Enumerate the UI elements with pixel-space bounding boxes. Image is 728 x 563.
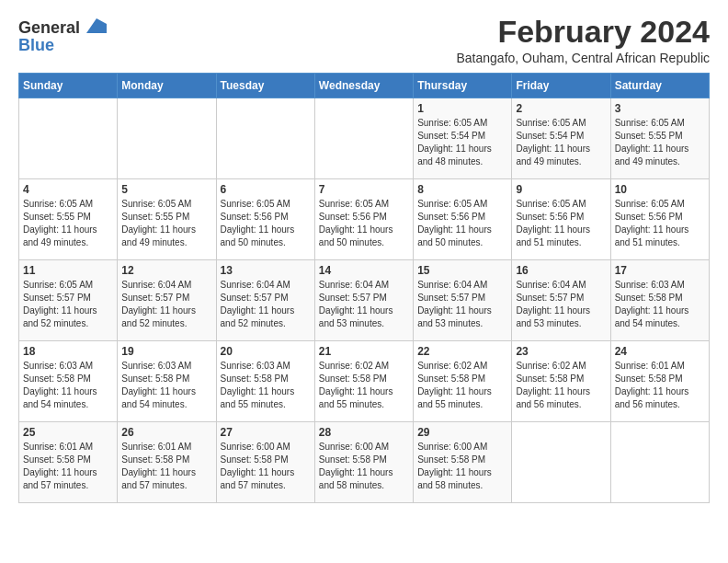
calendar-cell bbox=[19, 98, 118, 179]
cell-info: Sunrise: 6:00 AM Sunset: 5:58 PM Dayligh… bbox=[417, 441, 507, 492]
cell-info: Sunrise: 6:02 AM Sunset: 5:58 PM Dayligh… bbox=[516, 360, 606, 411]
calendar-cell: 5Sunrise: 6:05 AM Sunset: 5:55 PM Daylig… bbox=[118, 179, 216, 260]
calendar-cell: 22Sunrise: 6:02 AM Sunset: 5:58 PM Dayli… bbox=[414, 341, 512, 422]
calendar-cell: 17Sunrise: 6:03 AM Sunset: 5:58 PM Dayli… bbox=[610, 260, 709, 341]
cell-info: Sunrise: 6:01 AM Sunset: 5:58 PM Dayligh… bbox=[121, 441, 211, 492]
calendar-cell: 16Sunrise: 6:04 AM Sunset: 5:57 PM Dayli… bbox=[512, 260, 610, 341]
calendar-cell: 11Sunrise: 6:05 AM Sunset: 5:57 PM Dayli… bbox=[19, 260, 118, 341]
day-number: 10 bbox=[615, 183, 705, 196]
week-row-3: 11Sunrise: 6:05 AM Sunset: 5:57 PM Dayli… bbox=[19, 260, 710, 341]
cell-info: Sunrise: 6:05 AM Sunset: 5:55 PM Dayligh… bbox=[615, 117, 705, 168]
calendar-cell bbox=[512, 422, 610, 503]
calendar-table: SundayMondayTuesdayWednesdayThursdayFrid… bbox=[18, 73, 710, 503]
day-number: 21 bbox=[319, 345, 409, 358]
calendar-cell: 18Sunrise: 6:03 AM Sunset: 5:58 PM Dayli… bbox=[19, 341, 118, 422]
day-number: 8 bbox=[417, 183, 507, 196]
day-number: 12 bbox=[121, 264, 211, 277]
calendar-cell: 14Sunrise: 6:04 AM Sunset: 5:57 PM Dayli… bbox=[314, 260, 413, 341]
calendar-cell bbox=[216, 98, 314, 179]
cell-info: Sunrise: 6:04 AM Sunset: 5:57 PM Dayligh… bbox=[417, 279, 507, 330]
day-number: 14 bbox=[319, 264, 409, 277]
calendar-cell: 8Sunrise: 6:05 AM Sunset: 5:56 PM Daylig… bbox=[414, 179, 512, 260]
header: General Blue February 2024 Batangafo, Ou… bbox=[18, 15, 710, 65]
cell-info: Sunrise: 6:04 AM Sunset: 5:57 PM Dayligh… bbox=[516, 279, 606, 330]
cell-info: Sunrise: 6:03 AM Sunset: 5:58 PM Dayligh… bbox=[121, 360, 211, 411]
calendar-cell: 1Sunrise: 6:05 AM Sunset: 5:54 PM Daylig… bbox=[414, 98, 512, 179]
calendar-cell: 29Sunrise: 6:00 AM Sunset: 5:58 PM Dayli… bbox=[414, 422, 512, 503]
cell-info: Sunrise: 6:05 AM Sunset: 5:56 PM Dayligh… bbox=[417, 198, 507, 249]
cell-info: Sunrise: 6:05 AM Sunset: 5:54 PM Dayligh… bbox=[516, 117, 606, 168]
cell-info: Sunrise: 6:05 AM Sunset: 5:56 PM Dayligh… bbox=[615, 198, 705, 249]
cell-info: Sunrise: 6:04 AM Sunset: 5:57 PM Dayligh… bbox=[221, 279, 311, 330]
day-number: 13 bbox=[221, 264, 311, 277]
weekday-header-friday: Friday bbox=[512, 74, 610, 98]
calendar-cell: 15Sunrise: 6:04 AM Sunset: 5:57 PM Dayli… bbox=[414, 260, 512, 341]
weekday-header-sunday: Sunday bbox=[19, 74, 118, 98]
week-row-2: 4Sunrise: 6:05 AM Sunset: 5:55 PM Daylig… bbox=[19, 179, 710, 260]
cell-info: Sunrise: 6:01 AM Sunset: 5:58 PM Dayligh… bbox=[615, 360, 705, 411]
day-number: 3 bbox=[615, 102, 705, 115]
cell-info: Sunrise: 6:03 AM Sunset: 5:58 PM Dayligh… bbox=[221, 360, 311, 411]
cell-info: Sunrise: 6:04 AM Sunset: 5:57 PM Dayligh… bbox=[121, 279, 211, 330]
day-number: 1 bbox=[417, 102, 507, 115]
calendar-cell: 27Sunrise: 6:00 AM Sunset: 5:58 PM Dayli… bbox=[216, 422, 314, 503]
calendar-cell: 25Sunrise: 6:01 AM Sunset: 5:58 PM Dayli… bbox=[19, 422, 118, 503]
day-number: 24 bbox=[615, 345, 705, 358]
week-row-5: 25Sunrise: 6:01 AM Sunset: 5:58 PM Dayli… bbox=[19, 422, 710, 503]
day-number: 11 bbox=[23, 264, 113, 277]
day-number: 7 bbox=[319, 183, 409, 196]
cell-info: Sunrise: 6:03 AM Sunset: 5:58 PM Dayligh… bbox=[615, 279, 705, 330]
day-number: 25 bbox=[23, 426, 113, 439]
week-row-1: 1Sunrise: 6:05 AM Sunset: 5:54 PM Daylig… bbox=[19, 98, 710, 179]
day-number: 17 bbox=[615, 264, 705, 277]
weekday-header-saturday: Saturday bbox=[610, 74, 709, 98]
weekday-header-wednesday: Wednesday bbox=[314, 74, 413, 98]
day-number: 22 bbox=[417, 345, 507, 358]
calendar-cell: 6Sunrise: 6:05 AM Sunset: 5:56 PM Daylig… bbox=[216, 179, 314, 260]
svg-marker-0 bbox=[86, 18, 107, 33]
calendar-cell: 20Sunrise: 6:03 AM Sunset: 5:58 PM Dayli… bbox=[216, 341, 314, 422]
day-number: 4 bbox=[23, 183, 113, 196]
day-number: 28 bbox=[319, 426, 409, 439]
day-number: 5 bbox=[121, 183, 211, 196]
logo-icon bbox=[86, 18, 107, 33]
calendar-cell: 7Sunrise: 6:05 AM Sunset: 5:56 PM Daylig… bbox=[314, 179, 413, 260]
weekday-header-tuesday: Tuesday bbox=[216, 74, 314, 98]
title-block: February 2024 Batangafo, Ouham, Central … bbox=[457, 15, 711, 65]
cell-info: Sunrise: 6:04 AM Sunset: 5:57 PM Dayligh… bbox=[319, 279, 409, 330]
logo-blue-text: Blue bbox=[18, 36, 54, 54]
calendar-header: SundayMondayTuesdayWednesdayThursdayFrid… bbox=[19, 74, 710, 98]
calendar-cell: 28Sunrise: 6:00 AM Sunset: 5:58 PM Dayli… bbox=[314, 422, 413, 503]
day-number: 18 bbox=[23, 345, 113, 358]
cell-info: Sunrise: 6:00 AM Sunset: 5:58 PM Dayligh… bbox=[221, 441, 311, 492]
day-number: 20 bbox=[221, 345, 311, 358]
cell-info: Sunrise: 6:02 AM Sunset: 5:58 PM Dayligh… bbox=[417, 360, 507, 411]
day-number: 19 bbox=[121, 345, 211, 358]
calendar-cell bbox=[314, 98, 413, 179]
cell-info: Sunrise: 6:05 AM Sunset: 5:56 PM Dayligh… bbox=[221, 198, 311, 249]
calendar-cell: 2Sunrise: 6:05 AM Sunset: 5:54 PM Daylig… bbox=[512, 98, 610, 179]
weekday-header-row: SundayMondayTuesdayWednesdayThursdayFrid… bbox=[19, 74, 710, 98]
cell-info: Sunrise: 6:01 AM Sunset: 5:58 PM Dayligh… bbox=[23, 441, 113, 492]
day-number: 26 bbox=[121, 426, 211, 439]
calendar-cell: 12Sunrise: 6:04 AM Sunset: 5:57 PM Dayli… bbox=[118, 260, 216, 341]
calendar-cell: 23Sunrise: 6:02 AM Sunset: 5:58 PM Dayli… bbox=[512, 341, 610, 422]
calendar-cell: 26Sunrise: 6:01 AM Sunset: 5:58 PM Dayli… bbox=[118, 422, 216, 503]
calendar-cell: 9Sunrise: 6:05 AM Sunset: 5:56 PM Daylig… bbox=[512, 179, 610, 260]
cell-info: Sunrise: 6:05 AM Sunset: 5:55 PM Dayligh… bbox=[23, 198, 113, 249]
cell-info: Sunrise: 6:05 AM Sunset: 5:56 PM Dayligh… bbox=[319, 198, 409, 249]
subtitle: Batangafo, Ouham, Central African Republ… bbox=[457, 51, 711, 65]
day-number: 9 bbox=[516, 183, 606, 196]
cell-info: Sunrise: 6:05 AM Sunset: 5:54 PM Dayligh… bbox=[417, 117, 507, 168]
calendar-cell: 24Sunrise: 6:01 AM Sunset: 5:58 PM Dayli… bbox=[610, 341, 709, 422]
calendar-cell: 4Sunrise: 6:05 AM Sunset: 5:55 PM Daylig… bbox=[19, 179, 118, 260]
cell-info: Sunrise: 6:02 AM Sunset: 5:58 PM Dayligh… bbox=[319, 360, 409, 411]
day-number: 16 bbox=[516, 264, 606, 277]
calendar-cell: 19Sunrise: 6:03 AM Sunset: 5:58 PM Dayli… bbox=[118, 341, 216, 422]
cell-info: Sunrise: 6:05 AM Sunset: 5:55 PM Dayligh… bbox=[121, 198, 211, 249]
cell-info: Sunrise: 6:00 AM Sunset: 5:58 PM Dayligh… bbox=[319, 441, 409, 492]
calendar-cell: 3Sunrise: 6:05 AM Sunset: 5:55 PM Daylig… bbox=[610, 98, 709, 179]
day-number: 2 bbox=[516, 102, 606, 115]
calendar-cell bbox=[118, 98, 216, 179]
weekday-header-thursday: Thursday bbox=[414, 74, 512, 98]
